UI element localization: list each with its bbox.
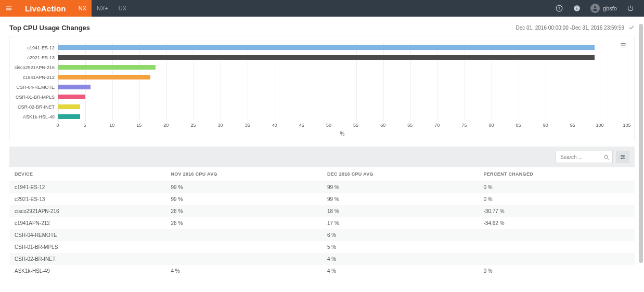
- table-cell: 18 %: [322, 205, 479, 217]
- chart-bar-row: [58, 102, 627, 112]
- chart-y-label: ASK1k-HSL-49: [17, 112, 58, 122]
- chart-bar-row: [58, 82, 627, 92]
- chart-x-tick: 20: [163, 123, 169, 128]
- chart-x-tick: 15: [136, 123, 141, 128]
- chart-x-tick: 30: [218, 123, 223, 128]
- avatar-icon: [590, 4, 600, 13]
- nav-tab-ux[interactable]: UX: [113, 0, 132, 17]
- user-menu[interactable]: gbsfo: [590, 4, 617, 13]
- chart-y-label: CSR-01-BR-MPLS: [17, 92, 58, 102]
- table-row[interactable]: c1941-ES-1299 %99 %0 %: [9, 181, 635, 194]
- table-cell: c2921-ES-13: [9, 193, 166, 205]
- table-row[interactable]: CSR-02-BR-INET4 %: [9, 253, 635, 265]
- chart-bar[interactable]: [58, 55, 595, 60]
- table-row[interactable]: CSR-04-REMOTE6 %: [9, 229, 635, 241]
- table-row[interactable]: c1941APN-21226 %17 %-34.62 %: [9, 217, 635, 229]
- svg-point-13: [621, 158, 622, 159]
- table-cell: 4 %: [322, 253, 479, 265]
- table-cell: 99 %: [166, 181, 323, 194]
- table-cell: CSR-01-BR-MPLS: [9, 241, 166, 253]
- table-cell: 5 %: [322, 241, 479, 253]
- table-cell: 0 %: [479, 193, 635, 205]
- chart-bar[interactable]: [58, 65, 156, 70]
- chart-x-tick: 65: [407, 123, 413, 128]
- chart-x-tick: 35: [245, 123, 250, 128]
- menu-button[interactable]: [0, 0, 18, 17]
- scroll-thumb[interactable]: [639, 24, 643, 263]
- chart-bar-row: [58, 43, 627, 52]
- chart-bar[interactable]: [58, 95, 85, 99]
- chart-x-tick: 0: [56, 123, 59, 128]
- chart-x-tick: 45: [299, 123, 304, 128]
- chart-x-tick: 80: [489, 123, 494, 128]
- chart-bar[interactable]: [58, 104, 80, 109]
- table-cell: 6 %: [322, 229, 479, 241]
- check-icon[interactable]: [628, 24, 635, 32]
- chart-bar[interactable]: [58, 85, 91, 89]
- chart-bar-row: [58, 112, 627, 122]
- col-device-header[interactable]: DEVICE: [9, 167, 166, 181]
- table-cell: [479, 241, 635, 253]
- table-cell: 99 %: [322, 181, 479, 194]
- chart-card: c1941-ES-12c2921-ES-13cisco2921APN-216c1…: [9, 36, 635, 141]
- help-icon[interactable]: ?: [555, 4, 563, 12]
- vertical-scrollbar[interactable]: [639, 24, 643, 268]
- svg-rect-3: [576, 8, 577, 10]
- table-cell: cisco2921APN-216: [9, 205, 166, 217]
- table-row[interactable]: cisco2921APN-21626 %18 %-30.77 %: [9, 205, 635, 217]
- svg-point-6: [604, 155, 608, 158]
- settings-button[interactable]: [616, 151, 629, 163]
- table-cell: 99 %: [166, 193, 323, 205]
- chart-x-axis: 0510152025303540455055606570758085909510…: [58, 123, 627, 130]
- nav-tab-nx[interactable]: NX: [73, 0, 92, 17]
- table-cell: 26 %: [166, 217, 323, 229]
- chart-bar-row: [58, 72, 627, 82]
- chart-x-tick: 60: [380, 123, 385, 128]
- col-dec-header[interactable]: DEC 2016 CPU AVG: [322, 167, 479, 181]
- col-nov-header[interactable]: NOV 2016 CPU AVG: [166, 167, 323, 181]
- table-cell: 0 %: [479, 181, 635, 194]
- table-cell: c1941-ES-12: [9, 181, 166, 194]
- table-cell: [479, 253, 635, 265]
- table-cell: 0 %: [479, 265, 635, 277]
- info-icon[interactable]: [573, 4, 581, 12]
- svg-point-5: [594, 6, 596, 8]
- chart-y-label: cisco2921APN-216: [17, 62, 58, 72]
- table-row[interactable]: ASK1k-HSL-494 %4 %0 %: [9, 265, 635, 277]
- page-header: Top CPU Usage Changes Dec 01, 2016 00:00…: [9, 24, 635, 32]
- sliders-icon: [620, 154, 626, 160]
- table-cell: 26 %: [166, 205, 323, 217]
- col-pct-header[interactable]: PERCENT CHANGED: [479, 167, 635, 181]
- chart-x-title: %: [58, 131, 627, 137]
- svg-text:?: ?: [558, 6, 560, 11]
- table-cell: ASK1k-HSL-49: [9, 265, 166, 277]
- table-cell: -34.62 %: [479, 217, 635, 229]
- svg-point-11: [623, 156, 624, 157]
- nav-tabs: NX NX+ UX: [73, 0, 132, 17]
- chart-y-label: CSR-02-BR-INET: [17, 102, 58, 112]
- chart-x-tick: 70: [434, 123, 440, 128]
- table-cell: 99 %: [322, 193, 479, 205]
- table-cell: 17 %: [322, 217, 479, 229]
- chart-bar[interactable]: [58, 114, 80, 119]
- search-icon[interactable]: [603, 153, 610, 163]
- page-title: Top CPU Usage Changes: [9, 24, 90, 32]
- nav-tab-nxplus[interactable]: NX+: [92, 0, 113, 17]
- chart-x-tick: 105: [623, 123, 630, 128]
- chart-y-label: c1941-ES-12: [17, 43, 58, 52]
- chart-plot: [58, 43, 627, 122]
- table-row[interactable]: CSR-01-BR-MPLS5 %: [9, 241, 635, 253]
- chart-bar[interactable]: [58, 45, 595, 50]
- table-row[interactable]: c2921-ES-1399 %99 %0 %: [9, 193, 635, 205]
- chart-y-label: c1941APN-212: [17, 72, 58, 82]
- chart-x-tick: 90: [543, 123, 548, 128]
- power-icon[interactable]: [626, 4, 635, 12]
- chart-x-tick: 5: [84, 123, 86, 128]
- chart-bar[interactable]: [58, 75, 150, 79]
- chart-bar-row: [58, 52, 627, 62]
- chart-x-tick: 100: [596, 123, 603, 128]
- table-cell: 4 %: [166, 265, 323, 277]
- table-cell: [166, 253, 323, 265]
- svg-rect-4: [576, 7, 577, 7]
- table-cell: [166, 241, 323, 253]
